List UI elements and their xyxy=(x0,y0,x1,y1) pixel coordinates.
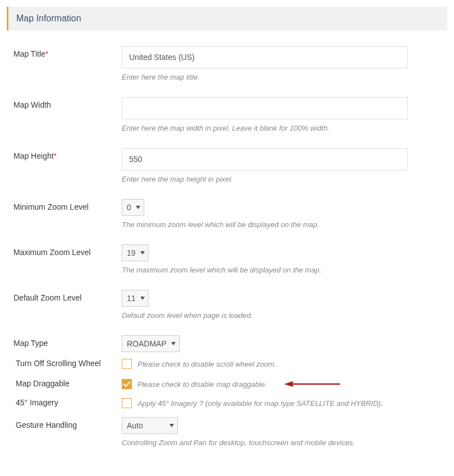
label-gesture: Gesture Handling xyxy=(7,417,122,429)
select-map-type[interactable]: ROADMAP xyxy=(122,335,180,352)
hint-max-zoom: The maximum zoom level which will be dis… xyxy=(122,266,447,274)
label-map-title: Map Title* xyxy=(7,46,122,58)
checkbox-imagery[interactable] xyxy=(122,398,132,408)
row-map-height: Map Height* Enter here the map height in… xyxy=(7,148,447,183)
select-max-zoom[interactable]: 19 xyxy=(122,244,149,261)
hint-gesture: Controlling Zoom and Pan for desktop, to… xyxy=(122,438,447,447)
required-asterisk: * xyxy=(45,49,48,58)
field-map-width: Enter here the map width in pixel. Leave… xyxy=(122,97,447,132)
label-draggable: Map Draggable xyxy=(7,379,122,388)
field-map-height: Enter here the map height in pixel. xyxy=(122,148,447,183)
label-map-type: Map Type xyxy=(7,335,122,348)
row-imagery: 45° Imagery Apply 45° Imagery ? (only av… xyxy=(7,398,447,408)
required-asterisk: * xyxy=(54,151,57,160)
label-default-zoom: Default Zoom Level xyxy=(7,290,122,302)
field-scroll-wheel: Please check to disable scroll wheel zoo… xyxy=(122,359,447,369)
desc-draggable: Please check to disable map draggable. xyxy=(137,380,267,389)
hint-map-title: Enter here the map title. xyxy=(122,73,447,81)
row-map-width: Map Width Enter here the map width in pi… xyxy=(7,97,447,132)
hint-default-zoom: Default zoom level when page is loaded. xyxy=(122,311,447,320)
row-map-title: Map Title* Enter here the map title. xyxy=(7,46,447,81)
row-max-zoom: Maximum Zoom Level 19 The maximum zoom l… xyxy=(7,244,447,274)
field-map-type: ROADMAP xyxy=(122,335,447,352)
row-map-type: Map Type ROADMAP xyxy=(7,335,447,352)
arrow-icon xyxy=(284,381,340,387)
desc-scroll-wheel: Please check to disable scroll wheel zoo… xyxy=(137,360,276,368)
svg-marker-1 xyxy=(284,381,293,387)
section-header: Map Information xyxy=(7,7,447,30)
hint-min-zoom: The minimum zoom level which will be dis… xyxy=(122,220,447,229)
field-max-zoom: 19 The maximum zoom level which will be … xyxy=(122,244,447,274)
row-default-zoom: Default Zoom Level 11 Default zoom level… xyxy=(7,290,447,320)
label-text: Map Height xyxy=(13,151,54,160)
label-scroll-wheel: Turn Off Scrolling Wheel xyxy=(7,359,122,368)
input-map-width[interactable] xyxy=(122,97,408,119)
row-min-zoom: Minimum Zoom Level 0 The minimum zoom le… xyxy=(7,199,447,229)
select-gesture[interactable]: Auto xyxy=(122,417,178,434)
checkbox-scroll-wheel[interactable] xyxy=(122,359,132,369)
row-gesture: Gesture Handling Auto Controlling Zoom a… xyxy=(7,417,447,447)
label-imagery: 45° Imagery xyxy=(7,398,122,407)
checkbox-draggable[interactable] xyxy=(122,379,132,389)
field-draggable: Please check to disable map draggable. xyxy=(122,379,447,389)
field-imagery: Apply 45° Imagery ? (only available for … xyxy=(122,398,447,408)
hint-map-width: Enter here the map width in pixel. Leave… xyxy=(122,124,447,132)
input-map-title[interactable] xyxy=(122,46,408,68)
hint-map-height: Enter here the map height in pixel. xyxy=(122,175,447,183)
field-min-zoom: 0 The minimum zoom level which will be d… xyxy=(122,199,447,229)
field-map-title: Enter here the map title. xyxy=(122,46,447,81)
row-draggable: Map Draggable Please check to disable ma… xyxy=(7,379,447,389)
label-map-width: Map Width xyxy=(7,97,122,109)
field-gesture: Auto Controlling Zoom and Pan for deskto… xyxy=(122,417,447,447)
select-min-zoom[interactable]: 0 xyxy=(122,199,144,216)
label-map-height: Map Height* xyxy=(7,148,122,160)
select-default-zoom[interactable]: 11 xyxy=(122,290,149,307)
field-default-zoom: 11 Default zoom level when page is loade… xyxy=(122,290,447,320)
label-text: Map Title xyxy=(13,49,45,58)
input-map-height[interactable] xyxy=(122,148,408,170)
desc-imagery: Apply 45° Imagery ? (only available for … xyxy=(137,399,383,408)
label-max-zoom: Maximum Zoom Level xyxy=(7,244,122,257)
row-scroll-wheel: Turn Off Scrolling Wheel Please check to… xyxy=(7,359,447,369)
label-min-zoom: Minimum Zoom Level xyxy=(7,199,122,211)
